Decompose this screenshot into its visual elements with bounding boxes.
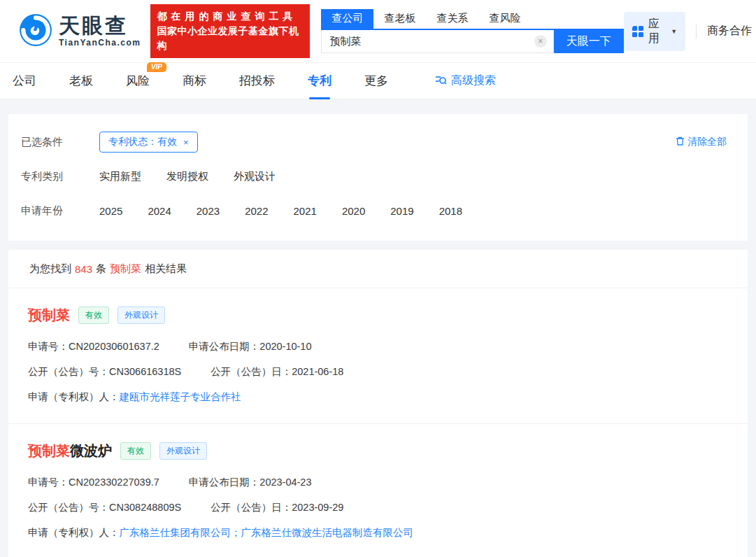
results-count: 843 bbox=[75, 263, 92, 275]
advanced-search-label: 高级搜索 bbox=[451, 73, 496, 88]
nav-tab-trademark[interactable]: 商标 bbox=[183, 73, 206, 89]
header: 天眼查 TianYanCha.com 都在用的商业查询工具 国家中小企业发展子基… bbox=[0, 0, 756, 63]
nav-tab-risk[interactable]: 风险 VIP bbox=[126, 73, 150, 89]
field-label: 申请公布日期： bbox=[189, 477, 260, 488]
advanced-search-button[interactable]: 高级搜索 bbox=[435, 73, 496, 88]
application-year-label: 申请年份 bbox=[21, 204, 99, 218]
filter-option-year-2020[interactable]: 2020 bbox=[342, 205, 365, 217]
applicant-row: 申请（专利权）人：建瓯市光祥莲子专业合作社 bbox=[28, 390, 728, 404]
nav-tab-patent[interactable]: 专利 bbox=[308, 73, 331, 89]
trash-icon bbox=[675, 136, 685, 148]
field-label: 公开（公告）号： bbox=[28, 366, 109, 377]
field-value: 2023-09-29 bbox=[292, 502, 343, 513]
patent-fields-row: 申请号：CN202030601637.2 申请公布日期：2020-10-10 bbox=[28, 340, 728, 353]
filter-option-year-2021[interactable]: 2021 bbox=[294, 205, 317, 217]
patent-result-item: 预制菜 有效 外观设计 申请号：CN202030601637.2 申请公布日期：… bbox=[8, 288, 748, 424]
clear-search-icon[interactable]: × bbox=[534, 35, 547, 48]
filter-option-year-2025[interactable]: 2025 bbox=[99, 205, 122, 217]
applicant-link[interactable]: 建瓯市光祥莲子专业合作社 bbox=[120, 391, 241, 402]
search-tab-company[interactable]: 查公司 bbox=[321, 9, 373, 29]
patent-type-badge: 外观设计 bbox=[117, 306, 165, 324]
field-value: 2020-10-10 bbox=[259, 341, 311, 352]
field-label: 申请号： bbox=[28, 341, 69, 352]
field-value: 2021-06-18 bbox=[292, 366, 343, 377]
nav-tab-boss[interactable]: 老板 bbox=[69, 73, 93, 89]
apps-button[interactable]: 应用 ▼ bbox=[624, 12, 685, 51]
business-cooperation-link[interactable]: 商务合作 bbox=[707, 24, 752, 38]
selected-conditions-row: 已选条件 专利状态：有效 × 清除全部 bbox=[21, 132, 735, 153]
header-right: 应用 ▼ 商务合作 bbox=[624, 12, 756, 51]
tianyancha-eye-icon bbox=[18, 13, 53, 50]
patent-fields-row: 公开（公告）号：CN308248809S 公开（公告）日：2023-09-29 bbox=[28, 501, 728, 514]
brand-domain: TianYanCha.com bbox=[59, 38, 141, 48]
count-suffix: 相关结果 bbox=[145, 262, 187, 276]
field-value: CN308248809S bbox=[109, 502, 181, 513]
application-year-row: 申请年份 2025 2024 2023 2022 2021 2020 2019 … bbox=[21, 200, 735, 221]
remove-filter-icon[interactable]: × bbox=[183, 137, 189, 148]
patent-title-row: 预制菜 有效 外观设计 bbox=[28, 306, 728, 325]
filter-option-utility-model[interactable]: 实用新型 bbox=[99, 170, 141, 183]
slogan-banner: 都在用的商业查询工具 国家中小企业发展子基金旗下机构 bbox=[150, 4, 310, 58]
patent-type-badge: 外观设计 bbox=[159, 442, 207, 460]
filter-panel: 已选条件 专利状态：有效 × 清除全部 专利类别 实用新型 发明授权 外观设计 … bbox=[8, 114, 748, 241]
nav-tab-bidding[interactable]: 招投标 bbox=[239, 73, 275, 89]
field-value: 2023-04-23 bbox=[259, 477, 311, 488]
filter-option-year-2019[interactable]: 2019 bbox=[390, 205, 413, 217]
filter-option-year-2022[interactable]: 2022 bbox=[245, 205, 268, 217]
results-count-row: 为您找到 843 条 预制菜 相关结果 bbox=[8, 250, 748, 288]
filter-option-design[interactable]: 外观设计 bbox=[234, 170, 276, 183]
slogan-line-2: 国家中小企业发展子基金旗下机构 bbox=[157, 24, 304, 53]
patent-fields-row: 公开（公告）号：CN306616318S 公开（公告）日：2021-06-18 bbox=[28, 365, 728, 379]
patent-title[interactable]: 预制菜 bbox=[28, 306, 70, 325]
results-panel: 为您找到 843 条 预制菜 相关结果 预制菜 有效 外观设计 申请号：CN20… bbox=[8, 250, 748, 557]
search-input[interactable] bbox=[329, 36, 534, 48]
filter-option-year-2018[interactable]: 2018 bbox=[439, 205, 462, 217]
search-tab-relation[interactable]: 查关系 bbox=[426, 9, 478, 29]
patent-title-rest[interactable]: 微波炉 bbox=[70, 442, 112, 460]
chevron-down-icon: ▼ bbox=[671, 28, 677, 35]
field-label: 公开（公告）日： bbox=[211, 502, 292, 513]
field-label: 申请公布日期： bbox=[189, 341, 260, 352]
tianyancha-logo[interactable]: 天眼查 TianYanCha.com bbox=[18, 13, 141, 50]
nav-tab-company[interactable]: 公司 bbox=[13, 73, 36, 89]
patent-title-highlight[interactable]: 预制菜 bbox=[28, 442, 70, 460]
patent-title-row: 预制菜 微波炉 有效 外观设计 bbox=[28, 442, 728, 460]
search-tab-boss[interactable]: 查老板 bbox=[373, 9, 426, 29]
apps-label: 应用 bbox=[648, 17, 666, 46]
active-tab-underline bbox=[309, 97, 330, 99]
applicant-row: 申请（专利权）人：广东格兰仕集团有限公司；广东格兰仕微波生活电器制造有限公司 bbox=[28, 526, 728, 540]
filter-tag-label: 专利状态：有效 bbox=[108, 136, 177, 148]
status-badge: 有效 bbox=[78, 306, 109, 324]
applicant-link[interactable]: 广东格兰仕集团有限公司； bbox=[120, 527, 241, 538]
filter-option-invention-grant[interactable]: 发明授权 bbox=[166, 170, 208, 183]
apps-grid-icon bbox=[632, 26, 643, 37]
filter-option-year-2023[interactable]: 2023 bbox=[197, 205, 220, 217]
search-button[interactable]: 天眼一下 bbox=[554, 30, 624, 53]
nav-tab-patent-label: 专利 bbox=[308, 74, 331, 87]
nav-tab-risk-label: 风险 bbox=[126, 74, 150, 87]
nav-tab-more[interactable]: 更多 bbox=[364, 73, 388, 89]
search-tabs: 查公司 查老板 查关系 查风险 bbox=[321, 9, 623, 30]
filter-tag-patent-status[interactable]: 专利状态：有效 × bbox=[99, 132, 198, 153]
status-badge: 有效 bbox=[120, 442, 151, 460]
clear-all-button[interactable]: 清除全部 bbox=[675, 136, 735, 148]
field-label: 申请号： bbox=[28, 477, 69, 488]
field-value: CN202330227039.7 bbox=[69, 477, 159, 488]
clear-all-label: 清除全部 bbox=[687, 136, 727, 148]
vip-badge: VIP bbox=[147, 62, 166, 72]
patent-type-row: 专利类别 实用新型 发明授权 外观设计 bbox=[21, 166, 735, 187]
applicant-label: 申请（专利权）人： bbox=[28, 527, 120, 538]
applicant-link[interactable]: 广东格兰仕微波生活电器制造有限公司 bbox=[241, 527, 414, 538]
advanced-search-icon bbox=[435, 73, 447, 88]
count-prefix: 为您找到 bbox=[29, 262, 71, 276]
applicant-label: 申请（专利权）人： bbox=[28, 391, 120, 402]
selected-conditions-label: 已选条件 bbox=[21, 136, 99, 149]
search-tab-risk[interactable]: 查风险 bbox=[478, 9, 531, 29]
patent-type-label: 专利类别 bbox=[21, 170, 99, 183]
slogan-line-1: 都在用的商业查询工具 bbox=[157, 9, 304, 24]
filter-option-year-2024[interactable]: 2024 bbox=[148, 205, 171, 217]
patent-result-item: 预制菜 微波炉 有效 外观设计 申请号：CN202330227039.7 申请公… bbox=[8, 424, 748, 557]
search-block: 查公司 查老板 查关系 查风险 × 天眼一下 bbox=[321, 9, 623, 53]
search-input-wrap: × bbox=[321, 30, 553, 53]
patent-fields-row: 申请号：CN202330227039.7 申请公布日期：2023-04-23 bbox=[28, 476, 728, 489]
